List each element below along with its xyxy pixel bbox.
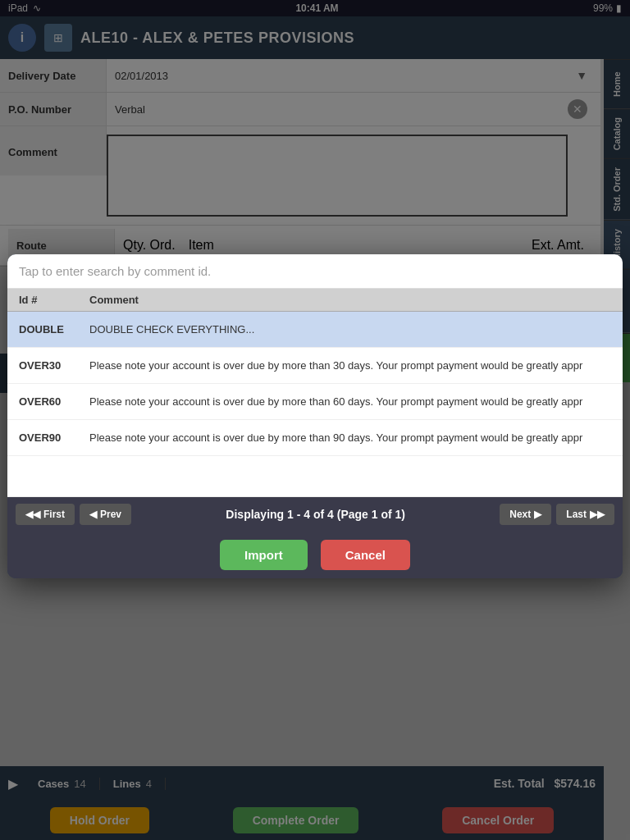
table-row[interactable]: DOUBLE DOUBLE CHECK EVERYTHING...	[7, 312, 623, 348]
modal-overlay: Tap to enter search by comment id. Id # …	[0, 0, 630, 840]
table-row[interactable]: OVER30 Please note your account is over …	[7, 348, 623, 384]
table-row[interactable]: OVER60 Please note your account is over …	[7, 384, 623, 420]
modal-column-headers: Id # Comment	[7, 289, 623, 312]
pagination-info: Displaying 1 - 4 of 4 (Page 1 of 1)	[226, 508, 405, 521]
modal-action-bar: Import Cancel	[7, 532, 623, 578]
col-header-id: Id #	[7, 294, 81, 306]
table-row[interactable]: OVER90 Please note your account is over …	[7, 420, 623, 456]
first-icon: ◀◀	[25, 509, 40, 520]
row-comment: Please note your account is over due by …	[81, 425, 623, 450]
last-icon: ▶▶	[590, 509, 605, 520]
row-comment: Please note your account is over due by …	[81, 389, 623, 414]
comment-search-modal: Tap to enter search by comment id. Id # …	[7, 254, 623, 578]
pagination-bar: ◀◀ First ◀ Prev Displaying 1 - 4 of 4 (P…	[7, 497, 623, 532]
row-id: OVER30	[7, 353, 81, 378]
prev-icon: ◀	[89, 509, 97, 520]
first-button[interactable]: ◀◀ First	[16, 504, 75, 525]
comment-search-input[interactable]: Tap to enter search by comment id.	[7, 254, 623, 289]
next-button[interactable]: Next ▶	[500, 504, 551, 525]
row-id: OVER90	[7, 425, 81, 450]
row-id: OVER60	[7, 389, 81, 414]
col-header-comment: Comment	[81, 294, 623, 306]
pag-left: ◀◀ First ◀ Prev	[16, 504, 131, 525]
search-placeholder: Tap to enter search by comment id.	[19, 264, 211, 278]
next-icon: ▶	[534, 509, 541, 520]
empty-row	[7, 456, 623, 497]
pag-right: Next ▶ Last ▶▶	[500, 504, 614, 525]
row-id: DOUBLE	[7, 317, 81, 342]
comment-table: Id # Comment DOUBLE DOUBLE CHECK EVERYTH…	[7, 289, 623, 497]
last-button[interactable]: Last ▶▶	[556, 504, 614, 525]
row-comment: DOUBLE CHECK EVERYTHING...	[81, 317, 623, 342]
row-comment: Please note your account is over due by …	[81, 353, 623, 378]
modal-import-button[interactable]: Import	[220, 540, 308, 570]
modal-cancel-button[interactable]: Cancel	[321, 540, 410, 570]
prev-button[interactable]: ◀ Prev	[80, 504, 131, 525]
